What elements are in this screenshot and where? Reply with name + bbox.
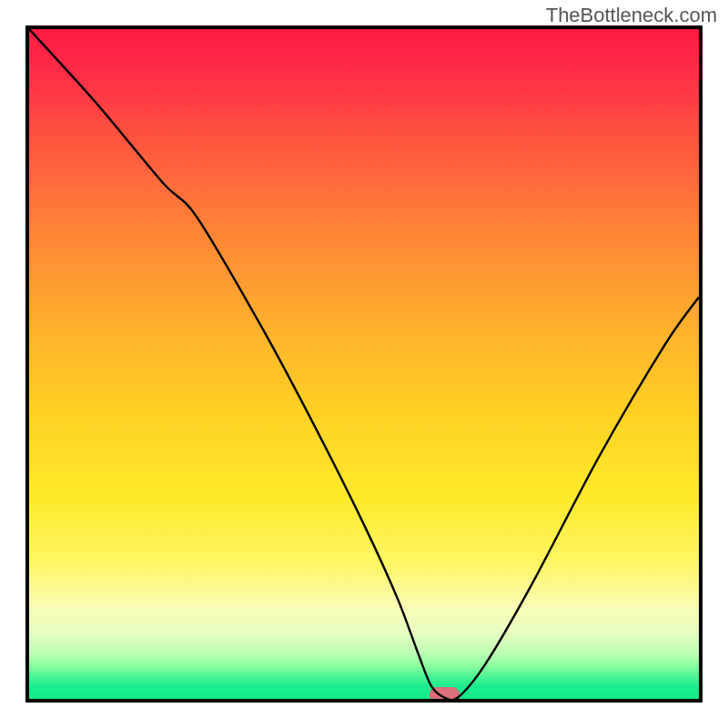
watermark-text: TheBottleneck.com (546, 4, 717, 27)
chart-container: TheBottleneck.com (0, 0, 728, 728)
curve-line (29, 29, 699, 699)
plot-area (25, 25, 703, 703)
